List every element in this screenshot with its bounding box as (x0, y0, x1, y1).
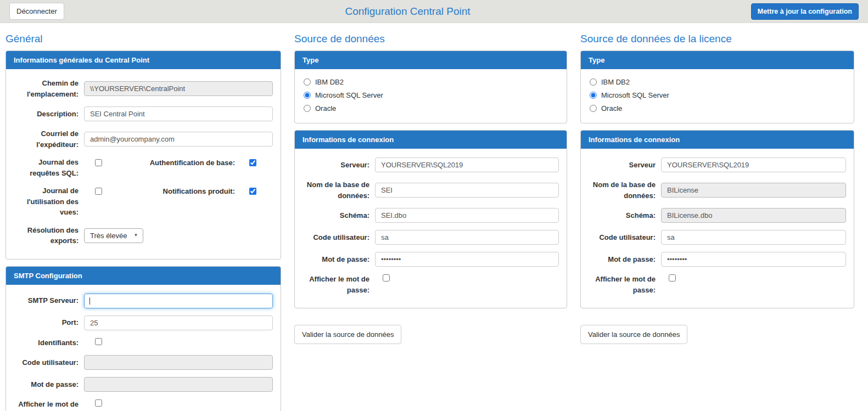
ds-show-password-row: Afficher le mot de passe: (303, 274, 559, 295)
page-title: Configuration Central Point (345, 5, 470, 18)
lic-show-password-row: Afficher le mot de passe: (589, 274, 846, 295)
license-type-panel: Type IBM DB2 Microsoft SQL Server Oracle (580, 50, 854, 123)
lic-validate-button[interactable]: Valider la source de données (580, 325, 687, 344)
ds-show-password-label: Afficher le mot de passe: (303, 274, 369, 295)
export-resolution-row: Résolution des exports: Très élevée ▼ (14, 225, 273, 246)
sender-email-row: Courriel de l'expéditeur: (14, 128, 273, 150)
logout-button[interactable]: Déconnecter (9, 3, 64, 20)
datasource-type-option-oracle[interactable]: Oracle (304, 104, 559, 112)
smtp-port-label: Port: (14, 317, 79, 328)
smtp-port-row: Port: (14, 316, 273, 330)
smtp-server-label: SMTP Serveur: (14, 295, 79, 306)
ds-schema-row: Schéma: (303, 208, 559, 223)
ds-password-row: Mot de passe: (303, 252, 559, 267)
license-connection-panel: Informations de connexion Serveur Nom de… (580, 130, 854, 308)
datasource-connection-panel: Informations de connexion Serveur: Nom d… (294, 130, 567, 308)
sql-log-checkbox[interactable] (95, 159, 102, 166)
lic-schema-row: Schéma: (589, 208, 846, 223)
smtp-password-row: Mot de passe: (14, 377, 273, 392)
general-column: Général Informations générales du Centra… (5, 32, 281, 411)
sender-email-input[interactable] (84, 132, 273, 147)
datasource-ibmdb2-label: IBM DB2 (315, 78, 344, 86)
smtp-credentials-label: Identifiants: (14, 337, 79, 348)
basic-auth-checkbox[interactable] (249, 159, 256, 166)
smtp-password-label: Mot de passe: (14, 379, 79, 390)
smtp-credentials-checkbox[interactable] (95, 338, 102, 345)
ds-password-input[interactable] (375, 252, 559, 267)
smtp-port-input[interactable] (84, 316, 273, 330)
license-mssql-radio[interactable] (590, 92, 597, 99)
path-input (84, 81, 273, 96)
description-row: Description: (14, 106, 273, 121)
ds-password-label: Mot de passe: (303, 254, 369, 265)
ds-schema-label: Schéma: (303, 210, 369, 221)
export-resolution-label: Résolution des exports: (14, 225, 79, 246)
smtp-show-password-checkbox[interactable] (95, 399, 102, 407)
datasource-column: Source de données Type IBM DB2 Microsoft… (294, 32, 567, 344)
license-datasource-heading: Source de données de la licence (580, 33, 854, 45)
lic-server-input[interactable] (661, 157, 846, 172)
update-configuration-button[interactable]: Mettre à jour la configuration (751, 3, 859, 20)
ds-user-row: Code utilisateur: (303, 230, 559, 245)
views-log-label: Journal de l'utilisation des vues: (14, 185, 79, 218)
general-info-panel-title: Informations générales du Central Point (6, 51, 281, 69)
smtp-panel-title: SMTP Configuration (6, 267, 281, 285)
sender-email-label: Courriel de l'expéditeur: (14, 128, 79, 150)
lic-password-row: Mot de passe: (589, 252, 846, 267)
lic-server-label: Serveur (589, 160, 656, 171)
license-oracle-radio[interactable] (590, 105, 597, 112)
product-notifications-checkbox[interactable] (249, 188, 256, 195)
datasource-oracle-radio[interactable] (304, 105, 311, 112)
lic-password-input[interactable] (661, 252, 846, 267)
license-type-option-mssql[interactable]: Microsoft SQL Server (590, 91, 846, 99)
ds-server-input[interactable] (375, 157, 559, 172)
license-ibmdb2-label: IBM DB2 (601, 78, 630, 86)
product-notifications-label: Notifications produit: (125, 186, 235, 197)
views-log-row: Journal de l'utilisation des vues: Notif… (14, 185, 273, 218)
datasource-oracle-label: Oracle (315, 104, 336, 112)
general-info-panel: Informations générales du Central Point … (5, 50, 281, 260)
license-type-option-oracle[interactable]: Oracle (590, 104, 846, 112)
lic-schema-input (661, 208, 846, 223)
smtp-user-input (84, 355, 273, 370)
description-input[interactable] (84, 106, 273, 121)
license-type-option-ibmdb2[interactable]: IBM DB2 (590, 78, 846, 86)
lic-password-label: Mot de passe: (589, 254, 656, 265)
export-resolution-select[interactable]: Très élevée ▼ (84, 228, 143, 243)
datasource-connection-panel-title: Informations de connexion (295, 131, 567, 149)
lic-database-input (661, 183, 846, 198)
path-row: Chemin de l'emplacement: (14, 78, 273, 99)
lic-database-label: Nom de la base de données: (589, 179, 656, 201)
ds-user-input[interactable] (375, 230, 559, 245)
license-connection-panel-title: Informations de connexion (581, 131, 854, 149)
smtp-user-label: Code utilisateur: (14, 357, 79, 368)
datasource-type-panel-title: Type (295, 51, 567, 69)
license-datasource-column: Source de données de la licence Type IBM… (580, 32, 854, 344)
sql-log-row: Journal des requêtes SQL: Authentificati… (14, 157, 273, 178)
lic-user-row: Code utilisateur: (589, 230, 846, 245)
ds-server-row: Serveur: (303, 157, 559, 172)
datasource-type-option-ibmdb2[interactable]: IBM DB2 (304, 78, 559, 86)
lic-user-label: Code utilisateur: (589, 232, 656, 243)
datasource-mssql-label: Microsoft SQL Server (315, 91, 383, 99)
ds-show-password-checkbox[interactable] (383, 274, 390, 281)
smtp-server-row: SMTP Serveur: (14, 294, 273, 308)
smtp-show-password-row: Afficher le mot de passe: (14, 399, 273, 411)
lic-database-row: Nom de la base de données: (589, 179, 846, 201)
license-ibmdb2-radio[interactable] (590, 78, 597, 86)
datasource-type-option-mssql[interactable]: Microsoft SQL Server (304, 91, 559, 99)
datasource-mssql-radio[interactable] (304, 92, 311, 99)
lic-show-password-checkbox[interactable] (669, 274, 676, 281)
datasource-ibmdb2-radio[interactable] (304, 78, 311, 86)
smtp-user-row: Code utilisateur: (14, 355, 273, 370)
views-log-checkbox[interactable] (95, 188, 102, 195)
ds-server-label: Serveur: (303, 160, 369, 171)
ds-validate-button[interactable]: Valider la source de données (294, 325, 401, 344)
ds-database-label: Nom de la base de données: (303, 179, 369, 201)
basic-auth-label: Authentification de base: (125, 157, 235, 168)
ds-schema-input[interactable] (375, 208, 559, 223)
sql-log-label: Journal des requêtes SQL: (14, 157, 79, 178)
ds-database-input[interactable] (375, 183, 559, 198)
smtp-server-input[interactable] (84, 294, 273, 308)
lic-user-input[interactable] (661, 230, 846, 245)
